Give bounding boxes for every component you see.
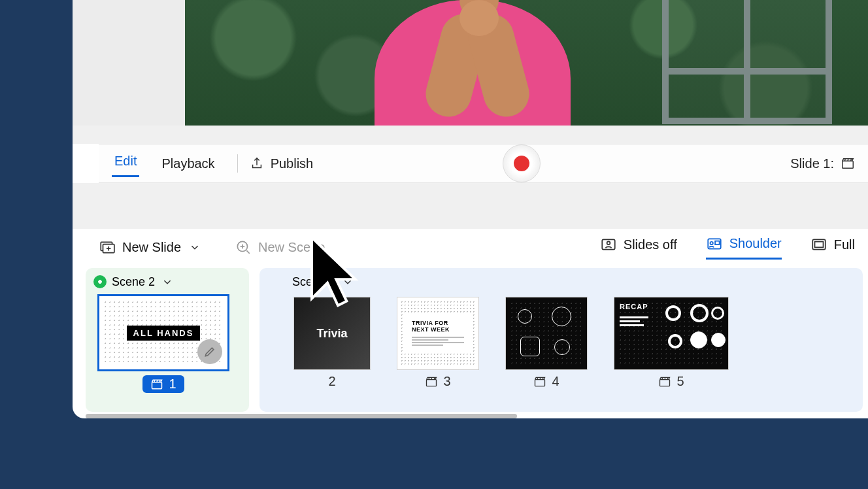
svg-rect-0 [843,161,854,168]
new-scene-button: New Scene [235,239,325,256]
new-scene-icon [235,239,252,256]
slide-3-thumb[interactable]: TRIVIA FOR NEXT WEEK [397,297,479,370]
full-layout-icon [810,236,827,253]
tab-playback[interactable]: Playback [159,152,217,175]
slide-5-thumb[interactable]: RECAP [614,297,729,370]
toolbar-gap [73,183,868,229]
mode-slides-off[interactable]: Slides off [600,236,677,258]
shoulder-layout-icon [706,235,723,252]
new-slide-icon [99,239,116,256]
presenter-figure [335,0,610,126]
toolbar-divider [237,154,238,173]
svg-point-5 [607,241,610,244]
record-dot-icon [514,156,529,171]
mode-full[interactable]: Full [810,236,855,258]
svg-rect-12 [427,379,437,386]
svg-rect-14 [660,379,670,386]
main-toolbar: Edit Playback Publish Slide 1: [99,144,868,183]
slide-1-card[interactable]: ALL HANDS 1 [97,294,229,393]
publish-label: Publish [271,156,314,171]
svg-rect-11 [152,382,162,388]
clapper-icon [841,156,855,171]
scene-2-header[interactable]: Scene 2 [93,275,241,289]
clapper-icon [533,375,546,388]
scene-group-2: Scene 2 ALL HANDS 1 [86,268,249,412]
slide-4-number: 4 [533,374,559,389]
svg-rect-10 [814,242,823,248]
background-window [662,0,832,124]
chevron-down-icon [341,275,355,289]
new-slide-button[interactable]: New Slide [99,239,202,256]
view-mode-switch: Slides off Shoulder Full [600,235,855,260]
slide-1-thumb[interactable]: ALL HANDS [97,294,229,371]
camera-preview[interactable] [185,0,868,126]
clapper-icon [150,378,163,391]
preview-gutter [73,0,185,126]
chevron-down-icon [160,275,175,289]
slide-2-card[interactable]: Trivia 2 [293,297,371,389]
slide-5-card[interactable]: RECAP [614,297,729,389]
horizontal-scrollbar[interactable] [86,414,517,418]
slide-5-number: 5 [658,374,684,389]
svg-rect-8 [715,241,720,244]
scene-group-1: Scene 1 Trivia 2 TRIVIA FOR NE [259,268,863,412]
mode-shoulder[interactable]: Shoulder [706,235,782,260]
share-icon [250,156,264,171]
slide-actions-row: New Slide New Scene Slides off Shoulder … [86,229,868,265]
preview-area [73,0,868,144]
person-frame-icon [600,236,617,253]
scene-active-indicator-icon [93,275,107,288]
clapper-icon [425,375,438,388]
record-button[interactable] [503,144,541,182]
filmstrip[interactable]: Scene 2 ALL HANDS 1 [86,268,868,412]
slide-2-number: 2 [328,374,335,389]
clapper-icon [658,375,671,388]
slide-3-number: 3 [425,374,450,389]
current-slide-indicator: Slide 1: [790,156,855,171]
svg-rect-13 [535,379,545,386]
svg-point-7 [710,241,712,244]
tab-edit[interactable]: Edit [112,150,139,177]
slide-4-card[interactable]: 4 [505,297,588,389]
slide-4-thumb[interactable] [505,297,588,370]
app-window: Edit Playback Publish Slide 1: New Slide… [73,0,868,418]
slide-2-thumb[interactable]: Trivia [293,297,371,370]
publish-button[interactable]: Publish [250,156,314,171]
scene-1-header[interactable]: Scene 1 [267,275,855,289]
edit-badge-icon[interactable] [197,339,222,364]
slide-3-card[interactable]: TRIVIA FOR NEXT WEEK 3 [397,297,479,389]
chevron-down-icon [188,240,202,254]
slide-1-number: 1 [142,375,184,393]
